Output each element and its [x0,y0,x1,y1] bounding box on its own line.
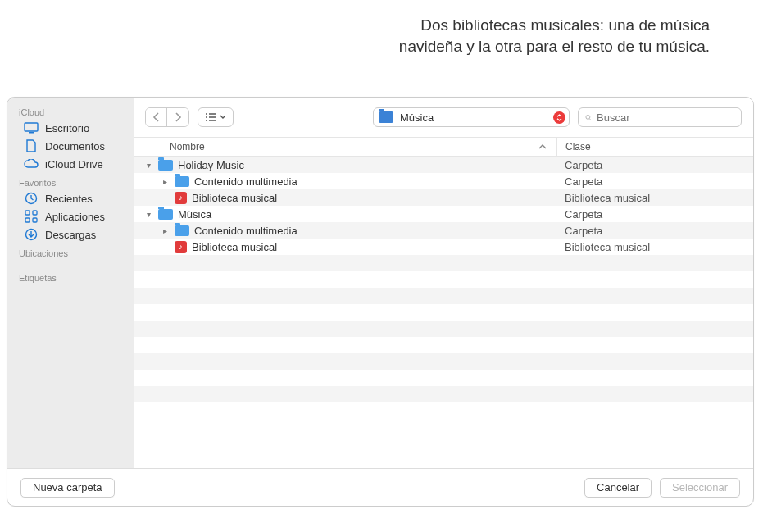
sidebar-item-label: Recientes [45,193,93,205]
table-row[interactable]: ▾Holiday MusicCarpeta [134,157,753,173]
table-row [134,255,753,271]
svg-rect-5 [25,218,30,222]
sidebar-item-label: Escritorio [45,122,89,134]
table-row [134,386,753,402]
svg-rect-1 [29,132,34,134]
desktop-monitor-icon [24,120,39,135]
column-header-row: Nombre Clase [134,137,753,157]
sidebar-item-escritorio[interactable]: Escritorio [7,119,134,137]
folder-icon [158,160,173,171]
clock-icon [24,191,39,206]
forward-button[interactable] [167,108,188,126]
back-button[interactable] [146,108,167,126]
open-dialog-window: iCloud Escritorio Documentos iCloud Driv… [7,97,754,507]
document-icon [24,139,39,153]
path-popup-button[interactable]: Música [373,107,570,127]
file-name: Contenido multimedia [194,175,297,188]
new-folder-button[interactable]: Nueva carpeta [20,478,115,498]
chevron-right-icon [175,112,182,122]
table-row [134,337,753,353]
chevron-down-icon [220,115,226,120]
table-row[interactable]: ♪Biblioteca musicalBiblioteca musical [134,239,753,255]
sidebar-section-ubicaciones: Ubicaciones [7,243,134,260]
sort-ascending-icon [538,144,547,150]
column-header-kind[interactable]: Clase [556,138,753,156]
file-name: Holiday Music [178,159,244,171]
svg-rect-0 [25,123,38,131]
sidebar: iCloud Escritorio Documentos iCloud Driv… [7,98,134,468]
svg-point-8 [586,115,590,119]
table-row [134,304,753,321]
column-name-label: Nombre [170,141,205,152]
sidebar-item-recientes[interactable]: Recientes [7,189,134,207]
chevron-left-icon [152,112,160,122]
table-row [134,370,753,386]
table-row[interactable]: ▾MúsicaCarpeta [134,206,753,222]
table-row[interactable]: ♪Biblioteca musicalBiblioteca musical [134,189,753,206]
table-row [134,288,753,304]
column-header-name[interactable]: Nombre [134,141,556,152]
cloud-icon [24,157,39,171]
disclosure-triangle-icon[interactable]: ▾ [143,161,153,170]
search-field[interactable] [578,107,742,127]
table-row[interactable]: ▸Contenido multimediaCarpeta [134,173,753,189]
list-view-icon [205,112,216,122]
file-kind: Biblioteca musical [556,192,753,204]
file-name: Biblioteca musical [192,192,277,204]
file-name: Biblioteca musical [192,241,277,253]
svg-rect-6 [33,218,37,222]
file-kind: Carpeta [556,175,753,188]
sidebar-item-icloud-drive[interactable]: iCloud Drive [7,155,134,173]
sidebar-item-documentos[interactable]: Documentos [7,137,134,155]
file-kind: Carpeta [556,159,753,171]
dialog-footer: Nueva carpeta Cancelar Seleccionar [7,468,753,506]
svg-rect-4 [33,211,37,215]
caption-text: Dos bibliotecas musicales: una de música… [357,15,710,57]
file-list[interactable]: ▾Holiday MusicCarpeta▸Contenido multimed… [134,157,753,468]
sidebar-item-descargas[interactable]: Descargas [7,225,134,243]
file-kind: Carpeta [556,208,753,221]
nav-history-buttons [145,107,189,127]
content-pane: Música Nombre Clase [134,98,753,468]
updown-chevron-icon [556,114,563,121]
folder-icon [379,111,393,123]
music-library-icon: ♪ [175,241,187,253]
search-icon [585,112,592,123]
view-options-button[interactable] [198,107,234,127]
disclosure-triangle-icon[interactable]: ▾ [143,210,153,219]
folder-icon [158,209,173,220]
apps-grid-icon [24,209,39,224]
disclosure-triangle-icon[interactable]: ▸ [160,177,170,186]
toolbar: Música [134,98,753,137]
column-kind-label: Clase [565,141,591,152]
table-row [134,321,753,337]
file-name: Música [178,208,211,221]
file-kind: Biblioteca musical [556,241,753,253]
sidebar-section-favoritos: Favoritos [7,173,134,189]
sidebar-item-label: Descargas [45,229,96,241]
folder-icon [175,225,189,236]
table-row[interactable]: ▸Contenido multimediaCarpeta [134,222,753,239]
search-input[interactable] [597,111,734,124]
path-label: Música [400,111,434,124]
select-button[interactable]: Seleccionar [660,478,740,498]
disclosure-triangle-icon[interactable]: ▸ [160,226,170,235]
sidebar-item-label: Documentos [45,140,105,152]
sidebar-item-label: Aplicaciones [45,211,105,223]
sidebar-section-etiquetas: Etiquetas [7,268,134,284]
svg-rect-3 [25,211,30,215]
sidebar-item-aplicaciones[interactable]: Aplicaciones [7,207,134,225]
cancel-button[interactable]: Cancelar [584,478,652,498]
sidebar-item-label: iCloud Drive [45,158,103,171]
music-library-icon: ♪ [175,192,187,204]
path-expand-badge[interactable] [553,111,565,124]
sidebar-section-icloud: iCloud [7,102,134,119]
download-icon [24,227,39,242]
file-kind: Carpeta [556,225,753,237]
table-row [134,271,753,288]
table-row [134,353,753,370]
table-row [134,402,753,419]
folder-icon [175,176,189,187]
file-name: Contenido multimedia [194,225,297,237]
